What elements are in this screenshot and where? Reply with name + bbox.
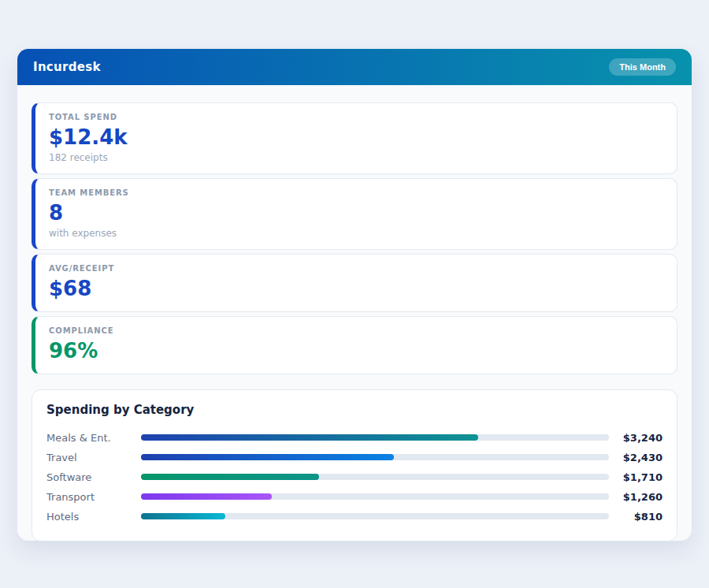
period-badge[interactable]: This Month [609, 58, 676, 76]
category-value: $1,260 [615, 491, 663, 503]
stat-card-avg-receipt: AVG/RECEIPT $68 [32, 254, 677, 312]
bar-fill [141, 454, 394, 460]
category-value: $1,710 [615, 471, 663, 483]
dashboard-content: TOTAL SPEND $12.4k 182 receipts TEAM MEM… [17, 85, 692, 541]
category-value: $3,240 [615, 432, 663, 444]
category-label: Hotels [46, 511, 141, 523]
stat-value: $68 [49, 277, 663, 301]
bar-track [141, 434, 609, 441]
chart-rows: Meals & Ent. $3,240 Travel $2,430 Softwa… [46, 428, 663, 527]
category-label: Meals & Ent. [46, 432, 141, 444]
bar-track [141, 474, 609, 480]
category-value: $2,430 [615, 452, 663, 463]
bar-fill [141, 513, 225, 519]
category-label: Transport [46, 491, 141, 503]
stat-label: COMPLIANCE [49, 326, 663, 335]
bar-fill [141, 474, 319, 480]
chart-row-meals: Meals & Ent. $3,240 [46, 428, 663, 448]
category-label: Travel [46, 452, 141, 463]
category-label: Software [46, 471, 141, 483]
chart-row-hotels: Hotels $810 [46, 507, 663, 527]
stat-card-team-members: TEAM MEMBERS 8 with expenses [32, 178, 677, 250]
chart-row-software: Software $1,710 [46, 467, 663, 487]
spending-by-category-card: Spending by Category Meals & Ent. $3,240… [32, 389, 677, 541]
chart-title: Spending by Category [46, 403, 663, 417]
app-header: Incurdesk This Month [17, 49, 692, 85]
bar-fill [141, 493, 272, 500]
chart-row-travel: Travel $2,430 [46, 448, 663, 467]
app-title: Incurdesk [33, 60, 101, 74]
stat-card-compliance: COMPLIANCE 96% [32, 316, 677, 374]
stat-value: 96% [49, 340, 663, 363]
chart-row-transport: Transport $1,260 [46, 487, 663, 507]
category-value: $810 [615, 511, 663, 523]
stat-value: 8 [49, 202, 663, 225]
stat-value: $12.4k [49, 126, 663, 150]
bar-track [141, 493, 609, 500]
stat-label: TEAM MEMBERS [49, 188, 663, 197]
bar-track [141, 513, 609, 519]
bar-track [141, 454, 609, 460]
stat-subtext: 182 receipts [49, 152, 663, 163]
bar-fill [141, 434, 478, 441]
stat-subtext: with expenses [49, 228, 663, 239]
dashboard-panel: Incurdesk This Month TOTAL SPEND $12.4k … [17, 49, 692, 541]
stat-label: AVG/RECEIPT [49, 264, 663, 273]
stat-label: TOTAL SPEND [49, 113, 663, 121]
stat-card-total-spend: TOTAL SPEND $12.4k 182 receipts [32, 102, 677, 174]
